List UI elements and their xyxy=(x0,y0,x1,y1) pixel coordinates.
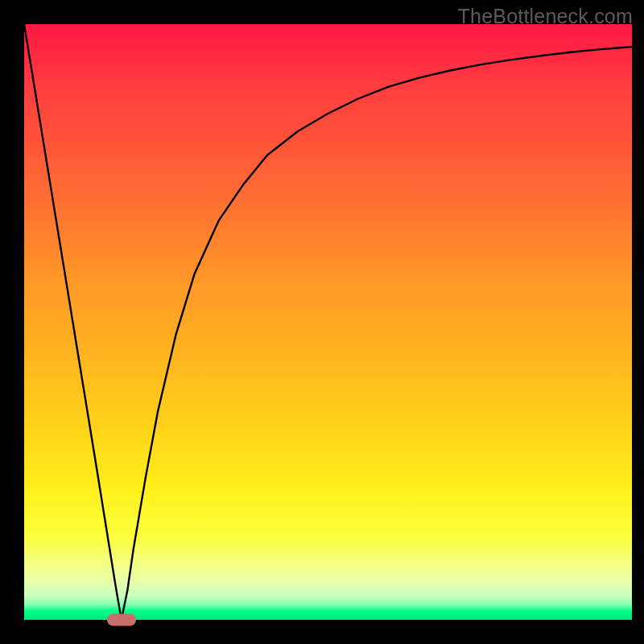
chart-frame: TheBottleneck.com xyxy=(0,0,644,644)
curve-svg xyxy=(24,24,632,620)
bottleneck-curve xyxy=(24,24,632,620)
optimum-marker xyxy=(107,614,136,626)
plot-area xyxy=(24,24,632,620)
